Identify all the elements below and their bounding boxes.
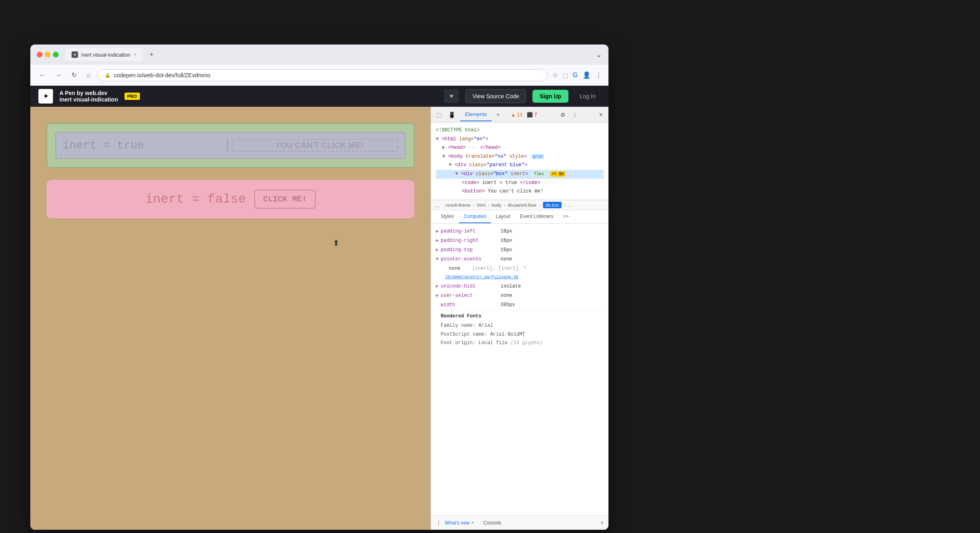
devtools-header: ⬚ 📱 Elements » ▲ 13 ⬛ 7 ⚙ ⋮ × — [431, 107, 608, 123]
dom-line-parent[interactable]: ▼ <div class="parent blue"> — [436, 161, 604, 170]
rendered-fonts-family: Family name: Arial — [441, 321, 599, 330]
prop-pointer-sub-value: none — [449, 266, 460, 271]
more-button[interactable]: ⋮ — [596, 71, 602, 79]
dom-line-html[interactable]: ▼ <html lang="en"> — [436, 135, 604, 144]
tab-more[interactable]: » — [492, 108, 504, 121]
profile-button[interactable]: 👤 — [583, 71, 591, 79]
breadcrumb-sep-3: › — [504, 203, 505, 207]
browser-tab[interactable]: ✦ inert visual-indication × — [65, 48, 143, 61]
tab-close-button[interactable]: × — [133, 52, 136, 57]
new-tab-button[interactable]: + — [146, 51, 157, 59]
device-toolbar-button[interactable]: 📱 — [447, 110, 457, 120]
google-button[interactable]: G — [573, 72, 578, 79]
dom-button-tag: <button> — [462, 188, 485, 194]
tab-elements[interactable]: Elements — [460, 108, 492, 121]
prop-name-padding-right: padding-right — [441, 237, 497, 245]
inspect-element-button[interactable]: ⬚ — [435, 110, 444, 120]
rendered-fonts-origin: Font origin: Local file (18 glyphs) — [441, 339, 599, 348]
breadcrumb-parent-blue[interactable]: div.parent.blue — [508, 203, 536, 207]
breadcrumb-sep-2: › — [488, 203, 490, 207]
styles-tabs: Styles Computed Layout Event Listeners >… — [431, 210, 608, 224]
dom-box-inert-attr: inert — [511, 171, 525, 177]
prop-expand-padding-left[interactable]: ▶ — [436, 228, 441, 235]
breadcrumb-html[interactable]: html — [477, 203, 486, 207]
breadcrumb-sep-4: › — [539, 203, 541, 207]
tab-computed[interactable]: Computed — [459, 210, 491, 223]
console-tab[interactable]: Console — [484, 520, 501, 526]
settings-button[interactable]: ⚙ — [559, 110, 567, 120]
dom-html-lang-attr: lang — [459, 136, 471, 142]
dom-line-box[interactable]: ▼ <div class="box" inert> flex == $0 — [436, 170, 604, 179]
prop-pointer-link[interactable]: ZEvdmmo?anon=tr…ew=fullpage:30 — [446, 275, 518, 279]
login-button[interactable]: Log In — [575, 90, 600, 103]
inert-true-label: inert = true — [63, 139, 228, 152]
whats-new-close[interactable]: × — [471, 520, 474, 525]
devtools-bottom-more[interactable]: ⋮ — [436, 520, 441, 526]
dom-head-close: </head> — [480, 145, 501, 150]
tab-more-styles[interactable]: >> — [558, 210, 574, 223]
prop-pointer-events: ▼ pointer-events none — [436, 255, 604, 264]
devtools-close-button[interactable]: × — [598, 110, 604, 120]
address-bar[interactable]: 🔒 codepen.io/web-dot-dev/full/ZEvdmmo — [98, 69, 547, 81]
devtools-tabs: Elements » — [460, 108, 504, 121]
prop-expand-user-select[interactable]: ▶ — [436, 292, 441, 300]
dom-code-text: inert = true — [482, 180, 517, 186]
breadcrumb-result-iframe[interactable]: .result-iframe — [445, 203, 471, 207]
dom-box-class-val: "box" — [493, 171, 508, 177]
dom-line-button[interactable]: <button> You can't click me! — [436, 187, 604, 196]
main-area: inert = true YOU CAN'T CLICK ME! inert =… — [30, 107, 608, 530]
close-traffic-light[interactable] — [37, 52, 42, 57]
back-button[interactable]: ← — [37, 70, 48, 80]
signup-button[interactable]: Sign Up — [532, 90, 568, 103]
breadcrumb-body[interactable]: body — [492, 203, 501, 207]
codepen-logo-icon: ✦ — [43, 92, 49, 101]
forward-button[interactable]: → — [53, 70, 64, 80]
dom-doctype-text: <!DOCTYPE html> — [436, 127, 479, 133]
home-button[interactable]: ⌂ — [84, 70, 93, 80]
lock-icon: 🔒 — [105, 72, 111, 78]
minimize-traffic-light[interactable] — [45, 52, 51, 57]
rendered-fonts-title: Rendered Fonts — [441, 313, 599, 319]
bookmark-button[interactable]: ☆ — [552, 71, 558, 79]
dom-parent-class-val: "parent blue" — [487, 162, 525, 168]
inert-false-container: inert = false CLICK ME! — [46, 180, 414, 218]
prop-expand-padding-top[interactable]: ▶ — [436, 246, 441, 254]
prop-name-padding-top: padding-top — [441, 246, 497, 254]
tab-event-listeners[interactable]: Event Listeners — [515, 210, 558, 223]
dom-line-body[interactable]: ▼ <body translate="no" style> grid — [436, 152, 604, 161]
whats-new-tab[interactable]: What's new × — [445, 520, 474, 526]
maximize-traffic-light[interactable] — [53, 52, 59, 57]
bottom-close-icon[interactable]: × — [601, 520, 604, 526]
rendered-fonts-origin-detail: (18 glyphs) — [511, 340, 543, 346]
inert-true-container: inert = true YOU CAN'T CLICK ME! — [46, 123, 414, 168]
tab-area: ✦ inert visual-indication × + — [65, 48, 593, 61]
reload-button[interactable]: ↻ — [69, 70, 79, 80]
dom-parent-tag: <div — [454, 162, 466, 168]
breadcrumb-box-selected[interactable]: div.box — [543, 202, 562, 208]
codepen-toolbar: ✦ A Pen by web.dev inert visual-indicati… — [30, 86, 608, 107]
prop-expand-unicode-bidi[interactable]: ▶ — [436, 283, 441, 290]
dom-line-head[interactable]: ▶ <head> ··· </head> — [436, 144, 604, 152]
dom-body-style-attr: style — [509, 154, 524, 159]
click-me-button[interactable]: CLICK ME! — [254, 190, 316, 209]
codepen-logo: ✦ — [38, 89, 53, 104]
dom-body-grid-badge: grid — [531, 154, 544, 159]
prop-unicode-bidi: ▶ unicode-bidi isolate — [436, 282, 604, 291]
css-properties: ▶ padding-left 16px ▶ padding-right 16px… — [431, 224, 608, 515]
tab-layout[interactable]: Layout — [491, 210, 515, 223]
dom-box-tag: <div — [461, 171, 473, 177]
devtools-more-button[interactable]: ⋮ — [570, 110, 579, 120]
heart-button[interactable]: ♥ — [444, 89, 459, 103]
tab-favicon: ✦ — [72, 51, 78, 58]
prop-expand-padding-right[interactable]: ▶ — [436, 237, 441, 245]
prop-pointer-asterisk: * — [523, 266, 526, 271]
dom-line-code[interactable]: <code> inert = true </code> — [436, 179, 604, 188]
breadcrumb-overflow[interactable]: … — [434, 202, 440, 208]
tab-styles[interactable]: Styles — [436, 210, 459, 223]
prop-expand-pointer-events[interactable]: ▼ — [436, 256, 441, 263]
pro-badge: PRO — [125, 93, 140, 100]
extensions-button[interactable]: ⬚ — [563, 72, 568, 78]
breadcrumb-more[interactable]: … — [568, 203, 572, 207]
view-source-button[interactable]: View Source Code — [465, 89, 526, 103]
prop-pointer-source: [inert], [inert] — [472, 266, 519, 271]
